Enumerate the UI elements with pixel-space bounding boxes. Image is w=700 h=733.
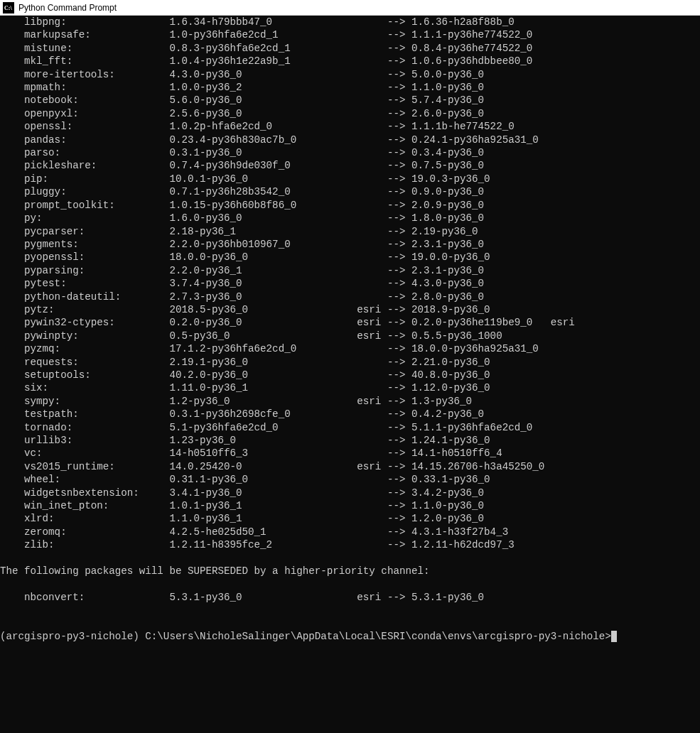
package-row: mkl_fft: 1.0.4-py36h1e22a9b_1 --> 1.0.6-… <box>0 55 700 67</box>
package-row: zeromq: 4.2.5-he025d50_1 --> 4.3.1-h33f2… <box>0 526 700 538</box>
package-row: openpyxl: 2.5.6-py36_0 --> 2.6.0-py36_0 <box>0 107 700 120</box>
package-row: requests: 2.19.1-py36_0 --> 2.21.0-py36_… <box>0 356 700 369</box>
blank-line <box>0 577 700 590</box>
package-row: pluggy: 0.7.1-py36h28b3542_0 --> 0.9.0-p… <box>0 185 700 198</box>
blank-line <box>0 617 700 630</box>
package-row: vc: 14-h0510ff6_3 --> 14.1-h0510ff6_4 <box>0 447 700 460</box>
package-row: sympy: 1.2-py36_0 esri --> 1.3-py36_0 <box>0 395 700 408</box>
window-title: Python Command Prompt <box>18 3 117 13</box>
package-row: widgetsnbextension: 3.4.1-py36_0 --> 3.4… <box>0 487 700 499</box>
package-row: notebook: 5.6.0-py36_0 --> 5.7.4-py36_0 <box>0 94 700 107</box>
package-row: pandas: 0.23.4-py36h830ac7b_0 --> 0.24.1… <box>0 134 700 146</box>
package-row: pygments: 2.2.0-py36hb010967_0 --> 2.3.1… <box>0 238 700 251</box>
package-row: pip: 10.0.1-py36_0 --> 19.0.3-py36_0 <box>0 173 700 185</box>
package-row: parso: 0.3.1-py36_0 --> 0.3.4-py36_0 <box>0 146 700 159</box>
package-row: zlib: 1.2.11-h8395fce_2 --> 1.2.11-h62dc… <box>0 538 700 551</box>
blank-line <box>0 604 700 617</box>
superseded-list: nbconvert: 5.3.1-py36_0 esri --> 5.3.1-p… <box>0 591 700 604</box>
package-row: pyopenssl: 18.0.0-py36_0 --> 19.0.0-py36… <box>0 251 700 264</box>
shell-prompt[interactable]: (arcgispro-py3-nichole) C:\Users\Nichole… <box>0 630 700 643</box>
package-row: six: 1.11.0-py36_1 --> 1.12.0-py36_0 <box>0 381 700 394</box>
package-row: tornado: 5.1-py36hfa6e2cd_0 --> 5.1.1-py… <box>0 421 700 434</box>
package-row: pytest: 3.7.4-py36_0 --> 4.3.0-py36_0 <box>0 277 700 290</box>
package-row: more-itertools: 4.3.0-py36_0 --> 5.0.0-p… <box>0 68 700 81</box>
blank-line <box>0 552 700 565</box>
package-row: pyzmq: 17.1.2-py36hfa6e2cd_0 --> 18.0.0-… <box>0 342 700 355</box>
window-titlebar[interactable]: C:\ Python Command Prompt <box>0 0 700 16</box>
package-row: markupsafe: 1.0-py36hfa6e2cd_1 --> 1.1.1… <box>0 28 700 41</box>
package-row: mpmath: 1.0.0-py36_2 --> 1.1.0-py36_0 <box>0 81 700 94</box>
package-row: pickleshare: 0.7.4-py36h9de030f_0 --> 0.… <box>0 159 700 172</box>
package-row: pycparser: 2.18-py36_1 --> 2.19-py36_0 <box>0 225 700 238</box>
package-row: urllib3: 1.23-py36_0 --> 1.24.1-py36_0 <box>0 434 700 447</box>
package-row: xlrd: 1.1.0-py36_1 --> 1.2.0-py36_0 <box>0 512 700 525</box>
package-row: mistune: 0.8.3-py36hfa6e2cd_1 --> 0.8.4-… <box>0 42 700 55</box>
package-row: pyparsing: 2.2.0-py36_1 --> 2.3.1-py36_0 <box>0 264 700 277</box>
package-row: prompt_toolkit: 1.0.15-py36h60b8f86_0 --… <box>0 199 700 212</box>
package-row: vs2015_runtime: 14.0.25420-0 esri --> 14… <box>0 460 700 473</box>
package-row: pywin32-ctypes: 0.2.0-py36_0 esri --> 0.… <box>0 316 700 329</box>
package-update-list: libpng: 1.6.34-h79bbb47_0 --> 1.6.36-h2a… <box>0 16 700 552</box>
package-row: libpng: 1.6.34-h79bbb47_0 --> 1.6.36-h2a… <box>0 16 700 28</box>
package-row: wheel: 0.31.1-py36_0 --> 0.33.1-py36_0 <box>0 473 700 486</box>
package-row: python-dateutil: 2.7.3-py36_0 --> 2.8.0-… <box>0 291 700 303</box>
package-row: testpath: 0.3.1-py36h2698cfe_0 --> 0.4.2… <box>0 408 700 420</box>
package-row: py: 1.6.0-py36_0 --> 1.8.0-py36_0 <box>0 212 700 224</box>
package-row: setuptools: 40.2.0-py36_0 --> 40.8.0-py3… <box>0 369 700 381</box>
prompt-text: (arcgispro-py3-nichole) C:\Users\Nichole… <box>0 631 611 642</box>
terminal-output[interactable]: libpng: 1.6.34-h79bbb47_0 --> 1.6.36-h2a… <box>0 16 700 733</box>
package-row: win_inet_pton: 1.0.1-py36_1 --> 1.1.0-py… <box>0 499 700 512</box>
cmd-icon: C:\ <box>3 2 14 13</box>
package-row: nbconvert: 5.3.1-py36_0 esri --> 5.3.1-p… <box>0 591 700 604</box>
package-row: openssl: 1.0.2p-hfa6e2cd_0 --> 1.1.1b-he… <box>0 120 700 133</box>
cursor <box>611 631 617 642</box>
svg-text:C:\: C:\ <box>4 5 12 11</box>
superseded-header: The following packages will be SUPERSEDE… <box>0 565 700 577</box>
package-row: pytz: 2018.5-py36_0 esri --> 2018.9-py36… <box>0 303 700 316</box>
package-row: pywinpty: 0.5-py36_0 esri --> 0.5.5-py36… <box>0 330 700 342</box>
